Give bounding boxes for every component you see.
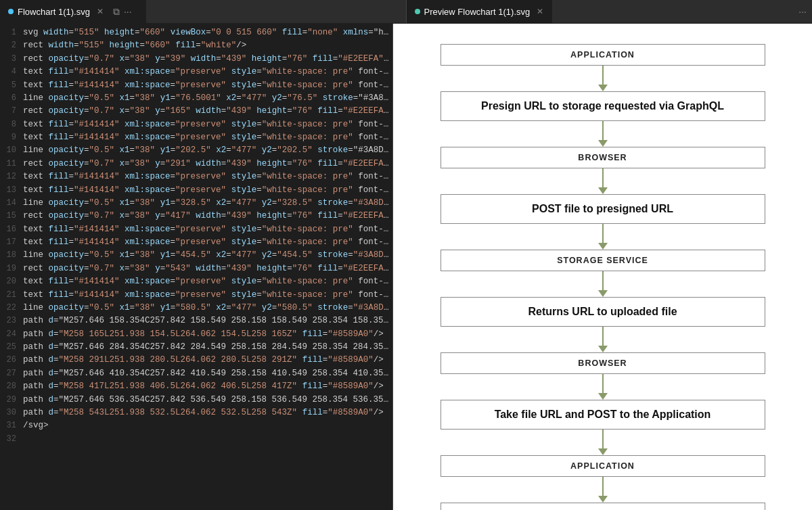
code-line: 21text fill="#141414" xml:space="preserv… [0, 289, 392, 302]
flow-arrow [598, 271, 608, 297]
more-icon[interactable]: ··· [124, 6, 132, 17]
arrow-line [602, 327, 604, 346]
more-menu-icon[interactable]: ··· [798, 6, 807, 17]
flow-box-app2: APPLICATION [441, 455, 765, 477]
line-content: line opacity="0.5" x1="38" y1="328.5" x2… [23, 197, 392, 210]
line-number: 1 [0, 26, 23, 39]
line-content: text fill="#141414" xml:space="preserve"… [23, 131, 392, 144]
flow-arrow [598, 430, 608, 455]
split-icon[interactable]: ⧉ [113, 6, 120, 18]
line-content: line opacity="0.5" x1="38" y1="202.5" x2… [23, 144, 392, 157]
arrow-head [598, 85, 608, 91]
line-content: line opacity="0.5" x1="38" y1="580.5" x2… [23, 302, 392, 315]
line-number: 26 [0, 354, 23, 367]
flow-box-browser2: BROWSER [441, 352, 765, 374]
line-number: 15 [0, 210, 23, 223]
line-number: 27 [0, 367, 23, 380]
code-line: 26path d="M258 291L251.938 280.5L264.062… [0, 354, 392, 367]
code-line: 2rect width="515" height="660" fill="whi… [0, 39, 392, 52]
line-number: 14 [0, 197, 23, 210]
line-number: 24 [0, 328, 23, 341]
line-content: /svg> [23, 419, 49, 432]
code-line: 15rect opacity="0.7" x="38" y="417" widt… [0, 210, 392, 223]
line-number: 2 [0, 39, 23, 52]
line-content: path d="M257.646 536.354C257.842 536.549… [23, 394, 392, 407]
tab-dot-preview [415, 9, 420, 14]
line-content: line opacity="0.5" x1="38" y1="454.5" x2… [23, 249, 392, 262]
line-content: text fill="#141414" xml:space="preserve"… [23, 275, 392, 288]
line-content: text fill="#141414" xml:space="preserve"… [23, 79, 392, 92]
line-content: text fill="#141414" xml:space="preserve"… [23, 289, 392, 302]
code-line: 18line opacity="0.5" x1="38" y1="454.5" … [0, 249, 392, 262]
tab-code[interactable]: Flowchart 1(1).svg ✕ ⧉ ··· [0, 0, 146, 23]
code-line: 4text fill="#141414" xml:space="preserve… [0, 66, 392, 78]
tab-preview[interactable]: Preview Flowchart 1(1).svg ✕ [407, 0, 553, 23]
flow-box-label-step1: Presign URL to storage requested via Gra… [481, 100, 724, 112]
code-line: 27path d="M257.646 410.354C257.842 410.5… [0, 367, 392, 380]
line-number: 17 [0, 236, 23, 249]
tab-label-preview: Preview Flowchart 1(1).svg [424, 7, 531, 17]
close-tab-preview[interactable]: ✕ [537, 7, 543, 16]
flow-box-app1: APPLICATION [441, 44, 765, 66]
close-tab-code[interactable]: ✕ [97, 7, 104, 16]
code-lines: 1svg width="515" height="660" viewBox="0… [0, 24, 392, 448]
line-number: 32 [0, 433, 23, 446]
code-line: 11rect opacity="0.7" x="38" y="291" widt… [0, 158, 392, 170]
flow-box-step1: Presign URL to storage requested via Gra… [441, 91, 765, 121]
code-line: 9text fill="#141414" xml:space="preserve… [0, 131, 392, 144]
code-line: 8text fill="#141414" xml:space="preserve… [0, 118, 392, 131]
line-number: 25 [0, 341, 23, 354]
line-content: path d="M258 543L251.938 532.5L264.062 5… [23, 407, 384, 419]
line-content: rect width="515" height="660" fill="whit… [23, 39, 246, 52]
flow-box-label-browser1: BROWSER [578, 153, 627, 162]
arrow-line [602, 271, 604, 290]
flow-arrow [598, 477, 608, 503]
code-line: 31/svg> [0, 419, 392, 432]
line-content: text fill="#141414" xml:space="preserve"… [23, 184, 392, 197]
line-number: 30 [0, 407, 23, 419]
code-panel: 1svg width="515" height="660" viewBox="0… [0, 24, 392, 510]
line-number: 19 [0, 262, 23, 275]
line-number: 7 [0, 105, 23, 118]
line-number: 23 [0, 315, 23, 327]
flow-arrow [598, 374, 608, 400]
line-number: 16 [0, 223, 23, 236]
code-line: 19rect opacity="0.7" x="38" y="543" widt… [0, 262, 392, 275]
flow-arrow [598, 121, 608, 147]
flow-box-label-storage1: STORAGE SERVICE [557, 256, 648, 265]
arrow-head [598, 243, 608, 250]
arrow-line [602, 430, 604, 448]
line-number: 18 [0, 249, 23, 262]
line-number: 20 [0, 275, 23, 288]
line-content: text fill="#141414" xml:space="preserve"… [23, 170, 392, 183]
flow-box-label-step4: Take file URL and POST to the Applicatio… [495, 409, 711, 421]
code-line: 12text fill="#141414" xml:space="preserv… [0, 170, 392, 183]
flow-arrow [598, 66, 608, 91]
code-line: 6line opacity="0.5" x1="38" y1="76.5001"… [0, 92, 392, 105]
line-number: 10 [0, 144, 23, 157]
line-number: 28 [0, 380, 23, 393]
line-number: 9 [0, 131, 23, 144]
line-number: 8 [0, 118, 23, 131]
flow-box-label-app1: APPLICATION [570, 50, 635, 60]
flow-box-label-browser2: BROWSER [578, 358, 627, 368]
flowchart: APPLICATIONPresign URL to storage reques… [441, 44, 765, 510]
code-line: 5text fill="#141414" xml:space="preserve… [0, 79, 392, 92]
line-content: svg width="515" height="660" viewBox="0 … [23, 26, 392, 39]
code-line: 20text fill="#141414" xml:space="preserv… [0, 275, 392, 288]
flow-arrow [598, 327, 608, 352]
line-number: 31 [0, 419, 23, 432]
flow-box-browser1: BROWSER [441, 147, 765, 168]
arrow-line [602, 121, 604, 140]
line-content: text fill="#141414" xml:space="preserve"… [23, 118, 392, 131]
flow-box-label-app2: APPLICATION [570, 461, 635, 471]
main-content: 1svg width="515" height="660" viewBox="0… [0, 24, 812, 510]
code-line: 28path d="M258 417L251.938 406.5L264.062… [0, 380, 392, 393]
line-content: rect opacity="0.7" x="38" y="165" width=… [23, 105, 392, 118]
flow-box-step3: Returns URL to uploaded file [441, 297, 765, 327]
flow-box-storage1: STORAGE SERVICE [441, 250, 765, 271]
code-line: 3rect opacity="0.7" x="38" y="39" width=… [0, 53, 392, 66]
flow-box-step5: Save URL in model for later access [441, 503, 765, 510]
line-content: rect opacity="0.7" x="38" y="39" width="… [23, 53, 392, 66]
line-content: rect opacity="0.7" x="38" y="543" width=… [23, 262, 392, 275]
